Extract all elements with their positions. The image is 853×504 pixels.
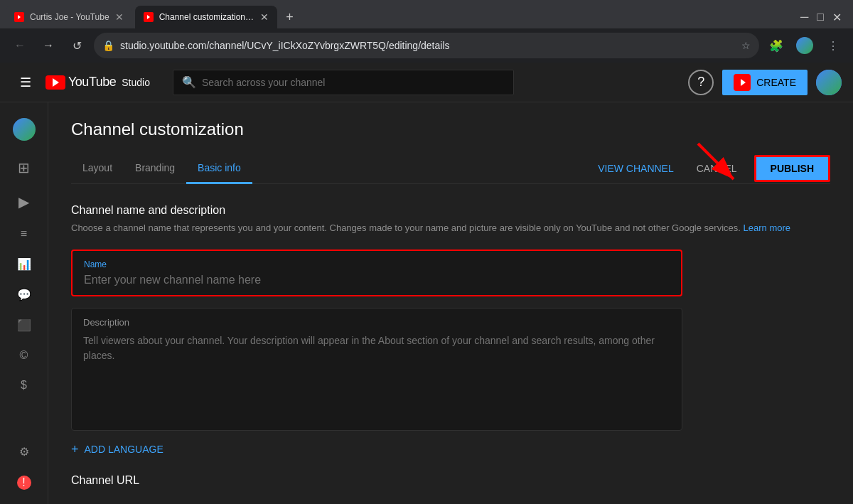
star-icon: ☆	[741, 40, 751, 51]
channel-name-section: Channel name and description Choose a ch…	[71, 204, 830, 235]
add-language-button[interactable]: + ADD LANGUAGE	[71, 442, 830, 457]
yt-logo-icon	[45, 75, 65, 90]
create-icon	[734, 74, 751, 91]
sidebar-item-settings[interactable]: ⚙	[4, 438, 44, 466]
sidebar-item-videos[interactable]: ▶	[4, 186, 44, 218]
publish-button[interactable]: PUBLISH	[754, 155, 830, 182]
sidebar-avatar	[13, 118, 36, 141]
cancel-button[interactable]: CANCEL	[691, 157, 743, 180]
reload-button[interactable]: ↺	[65, 34, 88, 57]
help-button[interactable]: ?	[688, 70, 714, 95]
sidebar: ⊞ ▶ ≡ 📊 💬 ⬛ © $	[0, 102, 48, 504]
tab-basic-info[interactable]: Basic info	[186, 154, 252, 184]
tab-2-close[interactable]: ✕	[260, 11, 269, 23]
add-icon: +	[71, 442, 79, 457]
learn-more-link[interactable]: Learn more	[744, 222, 790, 233]
hamburger-menu[interactable]: ☰	[11, 68, 40, 97]
tab-2-label: Channel customization - YouTub...	[159, 12, 254, 22]
tab-1-favicon	[14, 12, 24, 22]
new-tab-button[interactable]: +	[280, 7, 300, 27]
add-language-label: ADD LANGUAGE	[85, 444, 163, 455]
desc-field-label: Description	[83, 317, 670, 328]
name-field-container: Name	[71, 250, 682, 296]
tabs-bar: Layout Branding Basic info VIEW CHANNEL …	[71, 154, 830, 184]
yt-logo-text: YouTube	[68, 75, 116, 90]
tab-1[interactable]: Curtis Joe - YouTube ✕	[6, 6, 132, 28]
main-layout: ⊞ ▶ ≡ 📊 💬 ⬛ © $	[0, 102, 853, 504]
sidebar-item-feedback[interactable]: !	[4, 468, 44, 497]
avatar-image	[816, 70, 842, 95]
more-options-button[interactable]: ⋮	[822, 34, 844, 57]
section-desc-text: Choose a channel name that represents yo…	[71, 222, 741, 233]
name-field-input[interactable]	[84, 274, 670, 286]
desc-field-textarea[interactable]	[83, 333, 670, 419]
view-channel-button[interactable]: VIEW CHANNEL	[592, 157, 680, 180]
tab-1-label: Curtis Joe - YouTube	[30, 12, 109, 22]
header-search: 🔍	[173, 70, 514, 95]
content-area: Channel customization Layout Branding Ba…	[48, 102, 853, 504]
sidebar-item-earn[interactable]: $	[4, 372, 44, 399]
dashboard-icon: ⊞	[18, 159, 30, 176]
lock-icon: 🔒	[102, 40, 114, 51]
search-box[interactable]: 🔍	[173, 70, 514, 95]
minimize-button[interactable]: ─	[800, 11, 808, 24]
sidebar-item-comments[interactable]: 💬	[4, 281, 44, 309]
sidebar-item-dashboard[interactable]: ⊞	[4, 152, 44, 183]
playlists-icon: ≡	[21, 227, 27, 240]
sidebar-item-copyright[interactable]: ©	[4, 342, 44, 369]
yt-logo[interactable]: YouTube Studio	[45, 75, 150, 90]
videos-icon: ▶	[18, 193, 29, 210]
section-desc: Choose a channel name that represents yo…	[71, 221, 830, 235]
earn-icon: $	[21, 379, 27, 392]
sidebar-item-subtitles[interactable]: ⬛	[4, 311, 44, 339]
header-right: ? CREATE	[688, 70, 842, 95]
create-button[interactable]: CREATE	[722, 70, 808, 95]
tab-branding[interactable]: Branding	[124, 154, 186, 184]
settings-icon: ⚙	[19, 445, 29, 459]
comments-icon: 💬	[17, 288, 31, 301]
address-text: studio.youtube.com/channel/UCvY_iICkXoZY…	[120, 40, 736, 51]
channel-url-title: Channel URL	[71, 474, 830, 487]
section-title: Channel name and description	[71, 204, 830, 217]
sidebar-item-playlists[interactable]: ≡	[4, 220, 44, 247]
tab-actions: VIEW CHANNEL CANCEL PUBLISH	[592, 155, 830, 182]
address-bar[interactable]: 🔒 studio.youtube.com/channel/UCvY_iICkXo…	[94, 33, 759, 58]
page-title: Channel customization	[71, 119, 830, 139]
feedback-icon: !	[17, 476, 31, 490]
desc-field-container: Description	[71, 308, 682, 431]
subtitles-icon: ⬛	[17, 318, 31, 332]
publish-button-container: PUBLISH	[754, 155, 830, 182]
profile-button[interactable]	[793, 34, 816, 57]
avatar[interactable]	[816, 70, 842, 95]
sidebar-item-analytics[interactable]: 📊	[4, 250, 44, 278]
maximize-button[interactable]: □	[817, 11, 824, 24]
back-button[interactable]: ←	[9, 34, 31, 57]
search-icon: 🔍	[182, 75, 196, 89]
create-label: CREATE	[756, 77, 796, 88]
yt-header: ☰ YouTube Studio 🔍 ? CREATE	[0, 63, 853, 102]
close-window-button[interactable]: ✕	[832, 11, 842, 24]
tab-2-favicon	[144, 12, 154, 22]
studio-text: Studio	[122, 77, 150, 88]
tab-1-close[interactable]: ✕	[115, 11, 124, 23]
name-field-label: Name	[84, 259, 670, 269]
tab-2[interactable]: Channel customization - YouTub... ✕	[135, 6, 277, 28]
analytics-icon: 📊	[17, 257, 31, 271]
tab-layout[interactable]: Layout	[71, 154, 124, 184]
forward-button[interactable]: →	[37, 34, 60, 57]
search-input[interactable]	[202, 77, 505, 88]
sidebar-item-avatar[interactable]	[4, 111, 44, 149]
extensions-button[interactable]: 🧩	[765, 34, 788, 57]
copyright-icon: ©	[20, 349, 28, 362]
